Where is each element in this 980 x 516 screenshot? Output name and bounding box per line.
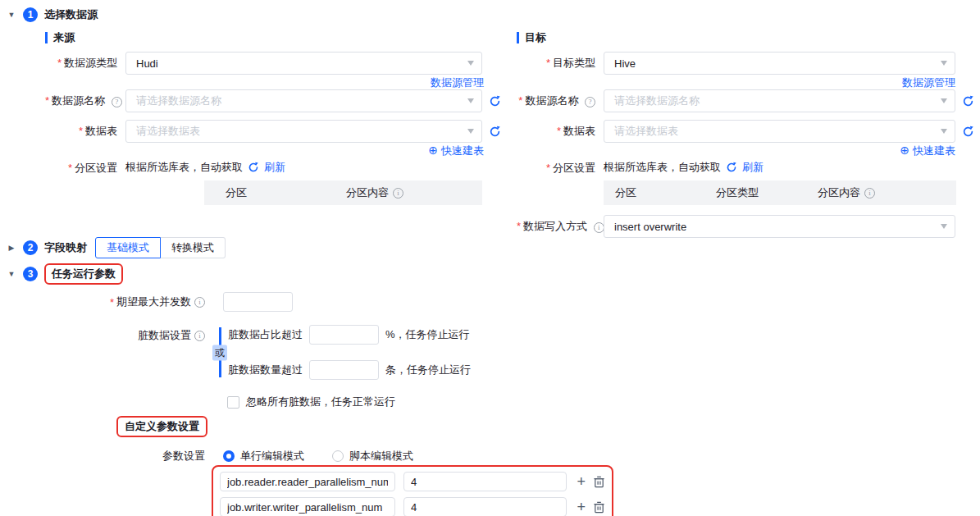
source-type-row: *数据源类型 Hudi — [45, 52, 508, 75]
source-table-select[interactable]: 请选择数据表 — [125, 120, 482, 143]
source-quick-create-link[interactable]: ⊕快速建表 — [428, 144, 484, 158]
target-quick-create-link[interactable]: ⊕快速建表 — [900, 144, 955, 158]
target-table-select[interactable]: 请选择数据表 — [604, 120, 955, 143]
section3-header: ▼ 3 任务运行参数 — [7, 263, 123, 285]
target-write-mode-label: *数据写入方式 i — [517, 219, 595, 234]
param-value-input[interactable] — [403, 497, 567, 516]
info-icon[interactable]: i — [594, 222, 604, 233]
source-name-select[interactable]: 请选择数据源名称 — [125, 89, 482, 112]
chevron-down-icon — [941, 61, 947, 69]
concurrency-row: *期望最大并发数 i — [45, 292, 865, 312]
expand-arrow-icon[interactable]: ▶ — [7, 244, 16, 252]
source-type-label: *数据源类型 — [45, 56, 117, 71]
target-partition-row: *分区设置 根据所选库表，自动获取 刷新 分区 分区类型 分区内容 i — [517, 160, 980, 205]
info-icon[interactable]: i — [194, 297, 205, 308]
param-row: + — [220, 472, 605, 491]
target-table-placeholder: 请选择数据表 — [614, 124, 678, 139]
source-manage-row: 数据源管理 — [45, 77, 508, 89]
radio-single-line-mode[interactable]: 单行编辑模式 — [223, 449, 304, 463]
target-partition-table-header: 分区 分区类型 分区内容 i — [604, 180, 956, 205]
source-table-label: *数据表 — [45, 124, 117, 139]
concurrency-label: *期望最大并发数 i — [45, 295, 205, 309]
collapse-arrow-icon[interactable]: ▼ — [7, 270, 16, 278]
refresh-icon[interactable] — [962, 95, 974, 107]
refresh-icon[interactable] — [962, 126, 974, 138]
target-name-select[interactable]: 请选择数据源名称 — [604, 89, 955, 112]
ignore-dirty-checkbox[interactable] — [227, 396, 239, 409]
add-param-button[interactable]: + — [577, 474, 586, 489]
collapse-arrow-icon[interactable]: ▼ — [7, 11, 16, 19]
required-asterisk: * — [45, 94, 49, 107]
help-icon[interactable]: ? — [112, 97, 122, 107]
refresh-icon[interactable] — [726, 162, 737, 173]
target-name-row: *数据源名称 ? 请选择数据源名称 — [517, 89, 980, 112]
dirty-percent-suffix: %，任务停止运行 — [385, 327, 470, 342]
target-type-row: *目标类型 Hive — [517, 52, 980, 75]
delete-param-button[interactable] — [593, 500, 605, 514]
dirty-count-suffix: 条，任务停止运行 — [385, 363, 471, 377]
custom-params-title-row: 自定义参数设置 — [116, 416, 865, 437]
help-icon[interactable]: ? — [585, 97, 595, 107]
target-partition-hint: 根据所选库表，自动获取 刷新 — [604, 160, 956, 175]
add-param-button[interactable]: + — [577, 500, 586, 514]
delete-param-button[interactable] — [593, 475, 605, 488]
chevron-down-icon — [467, 98, 474, 107]
source-table-row: *数据表 请选择数据表 — [45, 120, 508, 143]
required-asterisk: * — [57, 57, 62, 69]
step2-badge: 2 — [23, 240, 38, 255]
target-write-mode-select[interactable]: insert overwrite — [604, 215, 955, 238]
source-refresh-link[interactable]: 刷新 — [264, 160, 285, 175]
or-badge: 或 — [212, 345, 227, 360]
refresh-icon[interactable] — [489, 95, 501, 107]
source-type-select[interactable]: Hudi — [125, 52, 482, 75]
dirty-data-row: 脏数据设置 i 或 脏数据占比超过 %，任务停止运行 脏数据数量超过 — [45, 325, 865, 380]
task-run-params-form: *期望最大并发数 i 脏数据设置 i 或 脏数据占比超过 — [45, 289, 865, 516]
step1-badge: 1 — [23, 7, 38, 22]
target-name-label: *数据源名称 ? — [517, 94, 595, 108]
required-asterisk: * — [517, 220, 521, 232]
ignore-dirty-row: 忽略所有脏数据，任务正常运行 — [227, 395, 865, 409]
target-write-mode-row: *数据写入方式 i insert overwrite — [517, 215, 980, 238]
section1-title: 选择数据源 — [44, 7, 98, 22]
field-mapping-mode-tabs: 基础模式 转换模式 — [95, 237, 226, 258]
target-panel: 目标 *目标类型 Hive 数据源管理 — [517, 31, 980, 238]
required-asterisk: * — [557, 125, 561, 137]
column-header: 分区内容 i — [346, 185, 403, 200]
concurrency-input[interactable] — [223, 292, 293, 312]
tab-transform-mode[interactable]: 转换模式 — [161, 237, 226, 258]
target-type-select[interactable]: Hive — [604, 52, 955, 75]
refresh-icon[interactable] — [248, 162, 259, 173]
required-asterisk: * — [79, 125, 83, 137]
plus-circle-icon: ⊕ — [900, 144, 909, 157]
param-key-input[interactable] — [220, 472, 395, 491]
info-icon[interactable]: i — [393, 188, 403, 199]
source-name-row: *数据源名称 ? 请选择数据源名称 — [45, 89, 508, 112]
column-header: 分区 — [226, 185, 346, 200]
chevron-down-icon — [941, 98, 947, 107]
dirty-count-prefix: 脏数据数量超过 — [228, 363, 303, 377]
tab-basic-mode[interactable]: 基础模式 — [95, 237, 161, 258]
source-header-label: 来源 — [53, 30, 75, 45]
dirty-data-label: 脏数据设置 i — [45, 326, 205, 345]
required-asterisk: * — [546, 57, 550, 69]
radio-script-mode[interactable]: 脚本编辑模式 — [332, 449, 413, 463]
refresh-icon[interactable] — [489, 126, 501, 138]
info-icon[interactable]: i — [864, 188, 875, 199]
dirty-percent-input[interactable] — [309, 325, 379, 345]
info-icon[interactable]: i — [194, 331, 205, 341]
radio-selected-icon — [223, 450, 235, 462]
chevron-down-icon — [467, 61, 474, 69]
dirty-count-input[interactable] — [309, 360, 379, 380]
target-refresh-link[interactable]: 刷新 — [742, 160, 763, 175]
or-connector: 或 — [212, 325, 228, 380]
datasource-config-page: ▼ 1 选择数据源 来源 *数据源类型 Hudi 数据源 — [0, 0, 980, 516]
section2-title: 字段映射 — [44, 240, 87, 255]
target-datasource-manage-link[interactable]: 数据源管理 — [902, 75, 955, 90]
param-value-input[interactable] — [403, 472, 567, 491]
param-row: + — [220, 497, 605, 516]
dirty-data-block: 或 脏数据占比超过 %，任务停止运行 脏数据数量超过 条，任务停止运行 — [223, 325, 471, 380]
custom-params-highlight-box: + + — [212, 465, 613, 516]
source-datasource-manage-link[interactable]: 数据源管理 — [431, 75, 484, 90]
param-key-input[interactable] — [220, 497, 395, 516]
required-asterisk: * — [546, 162, 550, 174]
